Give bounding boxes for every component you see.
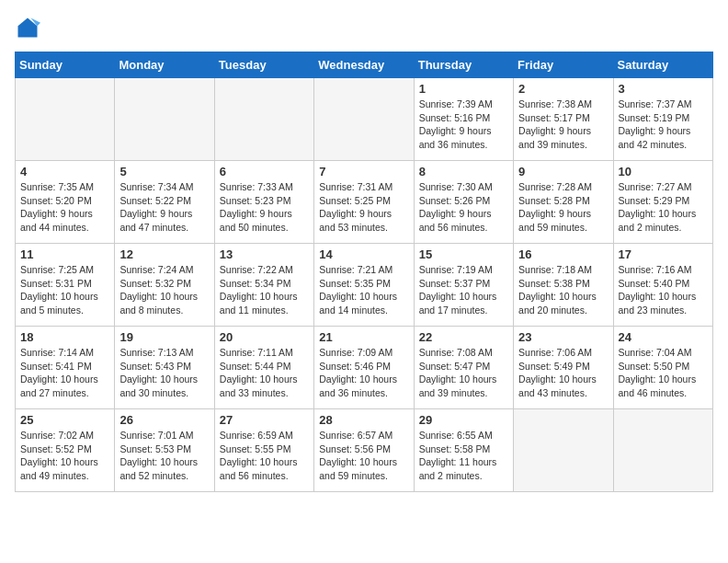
calendar-day-cell: 28Sunrise: 6:57 AM Sunset: 5:56 PM Dayli… bbox=[314, 409, 414, 492]
calendar-day-cell: 5Sunrise: 7:34 AM Sunset: 5:22 PM Daylig… bbox=[115, 161, 214, 244]
day-info: Sunrise: 7:37 AM Sunset: 5:19 PM Dayligh… bbox=[619, 98, 708, 152]
day-info: Sunrise: 7:06 AM Sunset: 5:49 PM Dayligh… bbox=[518, 346, 608, 400]
weekday-header: Friday bbox=[514, 52, 613, 78]
day-info: Sunrise: 7:24 AM Sunset: 5:32 PM Dayligh… bbox=[119, 263, 209, 317]
calendar-day-cell: 27Sunrise: 6:59 AM Sunset: 5:55 PM Dayli… bbox=[214, 409, 313, 492]
day-info: Sunrise: 7:34 AM Sunset: 5:22 PM Dayligh… bbox=[119, 180, 209, 235]
calendar-day-cell: 9Sunrise: 7:28 AM Sunset: 5:28 PM Daylig… bbox=[514, 161, 613, 244]
day-info: Sunrise: 7:14 AM Sunset: 5:41 PM Dayligh… bbox=[20, 346, 109, 400]
calendar-day-cell: 14Sunrise: 7:21 AM Sunset: 5:35 PM Dayli… bbox=[314, 244, 414, 327]
day-info: Sunrise: 7:33 AM Sunset: 5:23 PM Dayligh… bbox=[220, 180, 309, 235]
calendar-week-row: 11Sunrise: 7:25 AM Sunset: 5:31 PM Dayli… bbox=[16, 244, 713, 327]
day-number: 5 bbox=[119, 165, 209, 178]
day-info: Sunrise: 7:09 AM Sunset: 5:46 PM Dayligh… bbox=[319, 346, 408, 400]
calendar-week-row: 18Sunrise: 7:14 AM Sunset: 5:41 PM Dayli… bbox=[16, 327, 713, 409]
day-info: Sunrise: 7:01 AM Sunset: 5:53 PM Dayligh… bbox=[119, 429, 209, 483]
day-info: Sunrise: 7:27 AM Sunset: 5:29 PM Dayligh… bbox=[619, 180, 708, 235]
day-number: 28 bbox=[319, 413, 408, 427]
day-number: 26 bbox=[119, 413, 209, 427]
calendar-day-cell: 2Sunrise: 7:38 AM Sunset: 5:17 PM Daylig… bbox=[514, 78, 613, 161]
day-number: 3 bbox=[619, 82, 708, 96]
day-number: 22 bbox=[419, 330, 508, 344]
day-info: Sunrise: 7:02 AM Sunset: 5:52 PM Dayligh… bbox=[20, 429, 109, 483]
day-number: 6 bbox=[220, 165, 309, 178]
calendar-week-row: 1Sunrise: 7:39 AM Sunset: 5:16 PM Daylig… bbox=[16, 78, 713, 161]
day-info: Sunrise: 7:22 AM Sunset: 5:34 PM Dayligh… bbox=[220, 263, 309, 317]
day-info: Sunrise: 7:13 AM Sunset: 5:43 PM Dayligh… bbox=[119, 346, 209, 400]
calendar-day-cell bbox=[214, 78, 313, 161]
day-info: Sunrise: 7:39 AM Sunset: 5:16 PM Dayligh… bbox=[419, 98, 508, 152]
day-number: 11 bbox=[20, 247, 109, 261]
calendar-day-cell: 23Sunrise: 7:06 AM Sunset: 5:49 PM Dayli… bbox=[514, 327, 613, 409]
weekday-header: Thursday bbox=[414, 52, 513, 78]
day-info: Sunrise: 7:18 AM Sunset: 5:38 PM Dayligh… bbox=[518, 263, 608, 317]
weekday-header: Wednesday bbox=[314, 52, 414, 78]
day-number: 12 bbox=[119, 247, 209, 261]
day-number: 24 bbox=[619, 330, 708, 344]
calendar-day-cell: 4Sunrise: 7:35 AM Sunset: 5:20 PM Daylig… bbox=[16, 161, 115, 244]
calendar-day-cell: 17Sunrise: 7:16 AM Sunset: 5:40 PM Dayli… bbox=[613, 244, 712, 327]
calendar-day-cell: 21Sunrise: 7:09 AM Sunset: 5:46 PM Dayli… bbox=[314, 327, 414, 409]
page-header bbox=[15, 15, 713, 40]
calendar-day-cell bbox=[115, 78, 214, 161]
day-info: Sunrise: 7:31 AM Sunset: 5:25 PM Dayligh… bbox=[319, 180, 408, 235]
day-info: Sunrise: 7:35 AM Sunset: 5:20 PM Dayligh… bbox=[20, 180, 109, 235]
day-number: 20 bbox=[220, 330, 309, 344]
day-number: 15 bbox=[419, 247, 508, 261]
day-number: 2 bbox=[518, 82, 608, 96]
logo-icon bbox=[15, 15, 40, 40]
day-number: 13 bbox=[220, 247, 309, 261]
day-info: Sunrise: 7:11 AM Sunset: 5:44 PM Dayligh… bbox=[220, 346, 309, 400]
day-number: 21 bbox=[319, 330, 408, 344]
calendar-day-cell: 11Sunrise: 7:25 AM Sunset: 5:31 PM Dayli… bbox=[16, 244, 115, 327]
calendar-day-cell: 7Sunrise: 7:31 AM Sunset: 5:25 PM Daylig… bbox=[314, 161, 414, 244]
weekday-header: Sunday bbox=[16, 52, 115, 78]
calendar-day-cell: 13Sunrise: 7:22 AM Sunset: 5:34 PM Dayli… bbox=[214, 244, 313, 327]
weekday-header: Tuesday bbox=[214, 52, 313, 78]
day-number: 9 bbox=[518, 165, 608, 178]
calendar-day-cell: 3Sunrise: 7:37 AM Sunset: 5:19 PM Daylig… bbox=[613, 78, 712, 161]
day-info: Sunrise: 6:55 AM Sunset: 5:58 PM Dayligh… bbox=[419, 429, 508, 483]
day-info: Sunrise: 7:25 AM Sunset: 5:31 PM Dayligh… bbox=[20, 263, 109, 317]
calendar-day-cell: 10Sunrise: 7:27 AM Sunset: 5:29 PM Dayli… bbox=[613, 161, 712, 244]
calendar-day-cell: 26Sunrise: 7:01 AM Sunset: 5:53 PM Dayli… bbox=[115, 409, 214, 492]
day-number: 8 bbox=[419, 165, 508, 178]
logo bbox=[15, 15, 44, 40]
day-info: Sunrise: 7:19 AM Sunset: 5:37 PM Dayligh… bbox=[419, 263, 508, 317]
calendar-day-cell bbox=[16, 78, 115, 161]
day-info: Sunrise: 7:08 AM Sunset: 5:47 PM Dayligh… bbox=[419, 346, 508, 400]
day-info: Sunrise: 7:28 AM Sunset: 5:28 PM Dayligh… bbox=[518, 180, 608, 235]
day-number: 17 bbox=[619, 247, 708, 261]
calendar-week-row: 4Sunrise: 7:35 AM Sunset: 5:20 PM Daylig… bbox=[16, 161, 713, 244]
calendar-day-cell: 22Sunrise: 7:08 AM Sunset: 5:47 PM Dayli… bbox=[414, 327, 513, 409]
day-number: 14 bbox=[319, 247, 408, 261]
calendar-day-cell: 15Sunrise: 7:19 AM Sunset: 5:37 PM Dayli… bbox=[414, 244, 513, 327]
calendar-day-cell: 18Sunrise: 7:14 AM Sunset: 5:41 PM Dayli… bbox=[16, 327, 115, 409]
calendar-day-cell: 1Sunrise: 7:39 AM Sunset: 5:16 PM Daylig… bbox=[414, 78, 513, 161]
calendar-day-cell: 16Sunrise: 7:18 AM Sunset: 5:38 PM Dayli… bbox=[514, 244, 613, 327]
day-info: Sunrise: 7:38 AM Sunset: 5:17 PM Dayligh… bbox=[518, 98, 608, 152]
day-info: Sunrise: 6:59 AM Sunset: 5:55 PM Dayligh… bbox=[220, 429, 309, 483]
calendar-day-cell: 12Sunrise: 7:24 AM Sunset: 5:32 PM Dayli… bbox=[115, 244, 214, 327]
calendar-day-cell: 20Sunrise: 7:11 AM Sunset: 5:44 PM Dayli… bbox=[214, 327, 313, 409]
calendar-day-cell: 25Sunrise: 7:02 AM Sunset: 5:52 PM Dayli… bbox=[16, 409, 115, 492]
calendar-day-cell bbox=[314, 78, 414, 161]
day-number: 27 bbox=[220, 413, 309, 427]
day-number: 7 bbox=[319, 165, 408, 178]
day-number: 25 bbox=[20, 413, 109, 427]
day-info: Sunrise: 7:21 AM Sunset: 5:35 PM Dayligh… bbox=[319, 263, 408, 317]
calendar-week-row: 25Sunrise: 7:02 AM Sunset: 5:52 PM Dayli… bbox=[16, 409, 713, 492]
day-number: 18 bbox=[20, 330, 109, 344]
calendar-day-cell: 6Sunrise: 7:33 AM Sunset: 5:23 PM Daylig… bbox=[214, 161, 313, 244]
day-info: Sunrise: 7:04 AM Sunset: 5:50 PM Dayligh… bbox=[619, 346, 708, 400]
calendar-day-cell: 24Sunrise: 7:04 AM Sunset: 5:50 PM Dayli… bbox=[613, 327, 712, 409]
day-number: 19 bbox=[119, 330, 209, 344]
calendar-day-cell: 29Sunrise: 6:55 AM Sunset: 5:58 PM Dayli… bbox=[414, 409, 513, 492]
day-number: 16 bbox=[518, 247, 608, 261]
calendar-day-cell: 8Sunrise: 7:30 AM Sunset: 5:26 PM Daylig… bbox=[414, 161, 513, 244]
weekday-header: Saturday bbox=[613, 52, 712, 78]
weekday-header: Monday bbox=[115, 52, 214, 78]
calendar-day-cell: 19Sunrise: 7:13 AM Sunset: 5:43 PM Dayli… bbox=[115, 327, 214, 409]
day-number: 23 bbox=[518, 330, 608, 344]
day-number: 4 bbox=[20, 165, 109, 178]
